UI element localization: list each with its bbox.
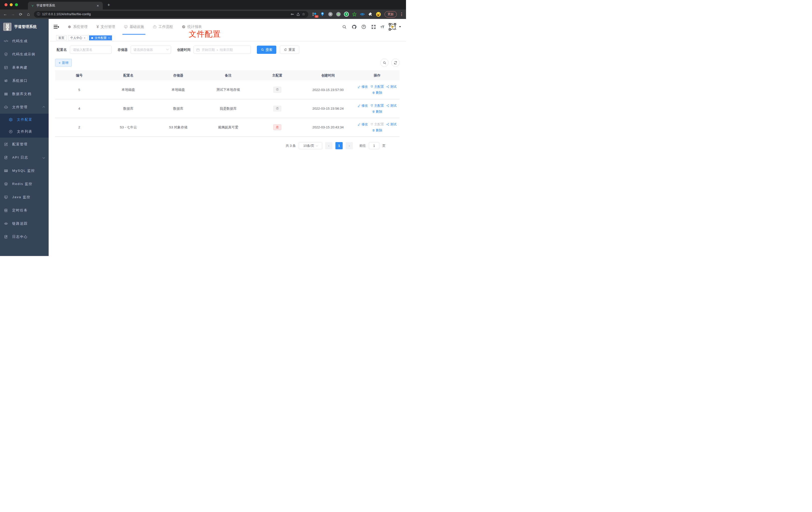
page-number-button[interactable]: 1 (336, 142, 343, 149)
page-size-select[interactable]: 10条/页 (299, 142, 322, 149)
sidebar-item-log-center[interactable]: 日志中心 (0, 230, 49, 243)
config-name-input[interactable] (70, 46, 112, 54)
extension-pin-icon[interactable] (320, 12, 325, 17)
window-zoom-button[interactable] (15, 3, 18, 6)
extension-badge: 11 (315, 15, 318, 18)
close-icon[interactable]: × (84, 36, 85, 39)
tag-home[interactable]: 首页 (56, 35, 66, 40)
tab-close-icon[interactable]: × (96, 4, 100, 8)
date-start-placeholder[interactable]: 开始日期 (202, 48, 215, 52)
storage-select[interactable]: 请选择存储器 (131, 46, 171, 54)
window-minimize-button[interactable] (10, 3, 13, 6)
github-icon[interactable] (351, 24, 357, 30)
nav-item-infrastructure[interactable]: 基础设施 (120, 19, 147, 35)
master-tag: 否 (273, 87, 281, 93)
extension-star-icon[interactable] (352, 12, 357, 17)
window-close-button[interactable] (4, 3, 7, 6)
form-icon (4, 65, 8, 69)
font-size-icon[interactable]: TT (381, 25, 384, 29)
browser-update-button[interactable]: 更新 (384, 11, 397, 18)
cell-master: 否 (253, 81, 301, 99)
sidebar-item-system-api[interactable]: 系统接口 (0, 74, 49, 87)
sidebar-item-code-gen[interactable]: </> 代码生成 (0, 34, 49, 48)
cell-master: 是 (253, 118, 301, 137)
sidebar-item-file-list[interactable]: 文件列表 (0, 126, 49, 138)
test-action[interactable]: 测试 (386, 122, 397, 127)
sidebar-item-db-doc[interactable]: 数据库文档 (0, 87, 49, 100)
sidebar-collapse-icon[interactable] (54, 25, 59, 29)
back-icon[interactable]: ← (3, 12, 7, 17)
sidebar-item-scheduled-tasks[interactable]: 定时任务 (0, 204, 49, 217)
window-controls[interactable] (4, 3, 18, 6)
master-tag: 否 (273, 106, 281, 112)
cell-name: 本地磁盘 (103, 81, 153, 99)
delete-action[interactable]: 删除 (372, 110, 382, 114)
table-row: 2S3 - 七牛云S3 对象存储戴佩妮真可爱是2022-03-15 20:43:… (55, 118, 400, 137)
extensions-puzzle-icon[interactable] (368, 12, 373, 17)
delete-action[interactable]: 删除 (372, 90, 382, 95)
plus-icon: + (59, 61, 61, 65)
extension-emoji-icon[interactable] (376, 12, 381, 17)
add-button[interactable]: + 新增 (55, 59, 72, 66)
sidebar-item-tracing[interactable]: 链路追踪 (0, 217, 49, 230)
browser-tab[interactable]: 芋道管理系统 × (28, 2, 103, 9)
goto-page-input[interactable] (369, 142, 379, 149)
address-bar[interactable]: ⓘ 127.0.0.1:1024/infra/file/file-config … (34, 11, 308, 18)
sidebar-item-form-builder[interactable]: 表单构建 (0, 61, 49, 74)
edit-action[interactable]: 修改 (358, 122, 368, 127)
extension-grid-diamond-icon[interactable]: 11 (312, 12, 317, 17)
master-action[interactable]: 主配置 (370, 122, 384, 127)
toggle-search-button[interactable] (380, 59, 388, 67)
date-end-placeholder[interactable]: 结束日期 (220, 48, 233, 52)
new-tab-button[interactable]: + (106, 2, 111, 8)
edit-action[interactable]: 修改 (358, 103, 368, 108)
share-icon[interactable] (296, 12, 300, 16)
reload-icon[interactable]: ⟳ (19, 12, 23, 17)
nav-item-workflow[interactable]: 工作流程 (149, 19, 176, 35)
tag-file-config[interactable]: 文件配置× (89, 35, 112, 40)
delete-action[interactable]: 删除 (372, 128, 382, 132)
extension-y-icon[interactable]: Y (344, 12, 349, 17)
sidebar-item-redis-monitor[interactable]: Redis 监控 (0, 177, 49, 190)
prev-page-button[interactable]: ‹ (325, 142, 332, 149)
tag-profile[interactable]: 个人中心× (68, 35, 88, 40)
nav-item-payment[interactable]: ¥ 支付管理 (93, 19, 118, 35)
close-icon[interactable]: × (108, 36, 110, 39)
nav-item-system[interactable]: 系统管理 (64, 19, 91, 35)
extension-command-icon[interactable]: ⌘ (328, 12, 333, 17)
master-action[interactable]: 主配置 (370, 85, 384, 89)
search-button[interactable]: 搜索 (257, 46, 276, 54)
bookmark-star-icon[interactable]: ☆ (302, 12, 305, 17)
sidebar-item-api-log[interactable]: API 日志 (0, 151, 49, 164)
password-key-icon[interactable] (290, 12, 294, 16)
cell-actions: 修改主配置测试删除 (355, 99, 400, 118)
forward-icon[interactable]: → (11, 12, 15, 17)
avatar-dropdown-icon[interactable] (399, 26, 401, 27)
search-icon[interactable] (342, 24, 347, 30)
test-action[interactable]: 测试 (386, 103, 397, 108)
reset-button[interactable]: 重置 (280, 46, 299, 54)
sidebar-item-code-demo[interactable]: 代码生成示例 (0, 48, 49, 61)
url-text[interactable]: 127.0.0.1:1024/infra/file/file-config (42, 12, 288, 16)
site-info-icon[interactable]: ⓘ (37, 12, 40, 17)
edit-action[interactable]: 修改 (358, 85, 368, 89)
browser-menu-icon[interactable] (400, 12, 403, 17)
test-action[interactable]: 测试 (386, 85, 397, 89)
help-icon[interactable] (361, 24, 367, 30)
extension-eye-icon[interactable] (360, 12, 365, 17)
date-range-picker[interactable]: 开始日期 - 结束日期 (194, 46, 251, 54)
user-avatar[interactable] (388, 23, 396, 31)
sidebar-logo[interactable]: 芋道管理系统 (0, 19, 49, 34)
fullscreen-icon[interactable] (371, 24, 376, 30)
extension-dot-circle-icon[interactable] (336, 12, 341, 17)
sidebar-item-mysql-monitor[interactable]: MySQL 监控 (0, 164, 49, 177)
home-icon[interactable]: ⌂ (26, 12, 31, 17)
sidebar-item-file-mgmt[interactable]: 文件管理 (0, 100, 49, 114)
sidebar-item-java-monitor[interactable]: Java 监控 (0, 190, 49, 204)
master-action[interactable]: 主配置 (370, 103, 384, 108)
sidebar-item-file-config[interactable]: 文件配置 (0, 114, 49, 126)
sidebar-item-config-mgmt[interactable]: 配置管理 (0, 138, 49, 151)
refresh-list-button[interactable] (391, 59, 400, 67)
col-id: 编号 (55, 70, 103, 81)
next-page-button[interactable]: › (346, 142, 353, 149)
